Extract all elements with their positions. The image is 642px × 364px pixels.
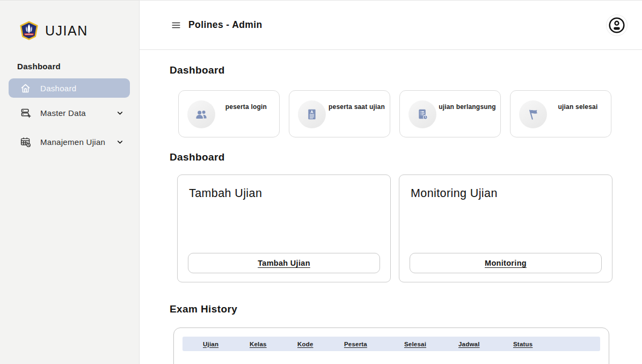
- exam-paper-icon: [298, 100, 326, 128]
- section-title-dashboard-1: Dashboard: [170, 64, 642, 76]
- stat-card-label: peserta saat ujian: [326, 91, 390, 137]
- sidebar-item-label: Dashoard: [40, 84, 123, 93]
- app-root: UJIAN Dashboard Dashoard: [0, 0, 642, 364]
- monitoring-ujian-card: Monitoring Ujian Monitoring: [399, 174, 612, 282]
- sidebar-item-master-data[interactable]: Master Data: [9, 103, 130, 122]
- clipboard-clock-icon: [408, 100, 436, 128]
- app-logo: UJIAN: [0, 21, 139, 40]
- sidebar-item-dashboard[interactable]: Dashoard: [9, 78, 130, 98]
- stat-card-ujian-berlangsung[interactable]: ujian berlangsung: [399, 90, 501, 137]
- topbar: Polines - Admin: [140, 1, 642, 50]
- action-cards-row: Tambah Ujian Tambah Ujian Monitoring Uji…: [177, 174, 642, 282]
- users-icon: [187, 100, 215, 128]
- card-title: Monitoring Ujian: [411, 187, 498, 200]
- card-title: Tambah Ujian: [189, 187, 262, 200]
- monitoring-button[interactable]: Monitoring: [410, 253, 602, 273]
- sidebar: UJIAN Dashboard Dashoard: [0, 1, 140, 364]
- chevron-down-icon: [116, 139, 123, 145]
- sidebar-item-label: Master Data: [40, 108, 107, 118]
- user-avatar-icon[interactable]: [607, 15, 627, 35]
- column-header-ujian[interactable]: Ujian: [203, 341, 250, 347]
- main-area: Dashboard peserta login: [140, 50, 642, 364]
- sidebar-item-label: Manajemen Ujian: [40, 137, 107, 147]
- database-icon: [20, 107, 31, 119]
- exam-history-header-row: Ujian Kelas Kode Peserta Selesai Jadwal …: [183, 337, 600, 351]
- page-title: Polines - Admin: [188, 19, 262, 31]
- calendar-clock-icon: [20, 136, 31, 148]
- sidebar-section-heading: Dashboard: [17, 62, 139, 71]
- tambah-ujian-card: Tambah Ujian Tambah Ujian: [177, 174, 391, 282]
- column-header-peserta[interactable]: Peserta: [344, 341, 404, 347]
- stat-cards-row: peserta login peserta saat ujian: [178, 90, 642, 137]
- logo-text: UJIAN: [45, 23, 88, 39]
- column-header-status[interactable]: Status: [513, 341, 567, 347]
- stat-card-peserta-login[interactable]: peserta login: [178, 90, 280, 137]
- exam-history-title: Exam History: [170, 303, 642, 315]
- hamburger-icon[interactable]: [171, 20, 181, 30]
- stat-card-label: peserta login: [215, 91, 279, 137]
- home-icon: [20, 83, 31, 94]
- sidebar-nav: Dashoard Master Data: [0, 78, 139, 151]
- flag-icon: [519, 100, 547, 128]
- column-header-kelas[interactable]: Kelas: [250, 341, 297, 347]
- stat-card-label: ujian selesai: [547, 91, 611, 137]
- column-header-jadwal[interactable]: Jadwal: [458, 341, 513, 347]
- chevron-down-icon: [116, 110, 123, 117]
- column-header-kode[interactable]: Kode: [297, 341, 344, 347]
- column-header-selesai[interactable]: Selesai: [404, 341, 458, 347]
- tambah-ujian-button[interactable]: Tambah Ujian: [188, 253, 380, 273]
- stat-card-label: ujian berlangsung: [436, 91, 500, 137]
- sidebar-item-manajemen-ujian[interactable]: Manajemen Ujian: [9, 132, 130, 151]
- stat-card-ujian-selesai[interactable]: ujian selesai: [510, 90, 611, 137]
- stat-card-peserta-saat-ujian[interactable]: peserta saat ujian: [289, 90, 390, 137]
- content-column: Polines - Admin Dashboard: [140, 1, 642, 364]
- polines-emblem-icon: [19, 21, 39, 40]
- section-title-dashboard-2: Dashboard: [170, 151, 642, 163]
- exam-history-table: Ujian Kelas Kode Peserta Selesai Jadwal …: [173, 327, 609, 364]
